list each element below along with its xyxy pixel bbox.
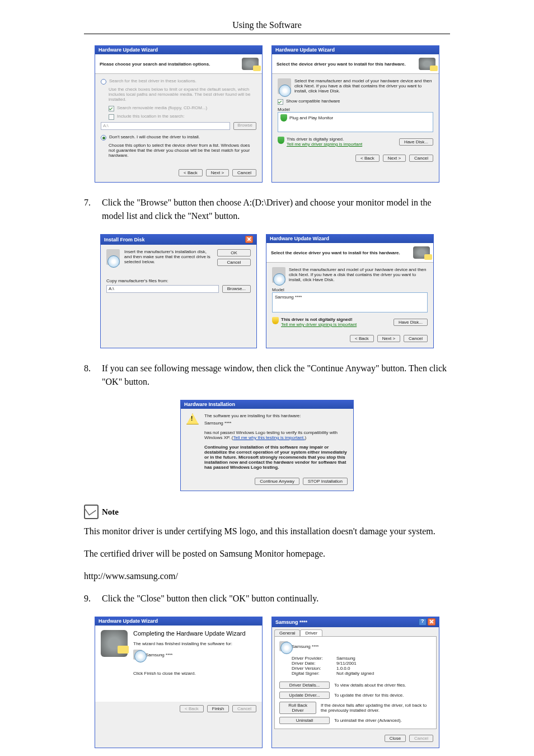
chip-icon <box>242 58 259 70</box>
uninstall-button[interactable]: Uninstall <box>279 717 330 724</box>
next-button[interactable]: Next > <box>206 169 229 176</box>
have-disk-button[interactable]: Have Disk... <box>399 138 433 146</box>
browse-button[interactable]: Browse <box>233 122 256 130</box>
dialog-search-options: Hardware Update Wizard Please choose you… <box>95 45 263 183</box>
chk-removable-label: Search removable media (floppy, CD-ROM..… <box>117 105 207 110</box>
cancel-button[interactable]: Cancel <box>217 259 251 266</box>
warn-line1: The software you are installing for this… <box>204 413 348 418</box>
next-button[interactable]: Next > <box>383 155 406 162</box>
help-icon[interactable]: ? <box>419 618 427 626</box>
k-date: Driver Date: <box>292 661 331 666</box>
path-input[interactable]: A:\ <box>106 285 219 293</box>
step-9: 9. Click the "Close" button then click "… <box>84 592 450 605</box>
model-item[interactable]: Plug and Play Monitor <box>289 115 333 120</box>
k-provider: Driver Provider: <box>292 656 331 661</box>
titlebar: Hardware Update Wizard <box>272 46 439 54</box>
close-button[interactable]: Close <box>385 735 406 742</box>
finish-button[interactable]: Finish <box>207 705 229 712</box>
tell-why-link[interactable]: Tell me why driver signing is important <box>287 142 362 147</box>
back-button[interactable]: < Back <box>355 155 380 162</box>
next-button[interactable]: Next > <box>377 335 400 342</box>
complete-sub: The wizard has finished installing the s… <box>133 641 256 646</box>
driver-details-text: To view details about the driver files. <box>334 683 406 688</box>
v-signer: Not digitally signed <box>336 671 374 676</box>
complete-close-text: Click Finish to close the wizard. <box>133 671 256 676</box>
header-text: Select the device driver you want to ins… <box>277 62 415 67</box>
info-text: Select the manufacturer and model of you… <box>294 78 433 94</box>
cancel-button[interactable]: Cancel <box>404 335 428 342</box>
warning-icon <box>186 413 199 424</box>
tab-general[interactable]: General <box>274 629 300 636</box>
step-text: Click the "Browse" button then choose A:… <box>102 196 450 223</box>
model-header: Model <box>278 107 433 112</box>
tell-link[interactable]: Tell me why this testing is important. <box>233 435 305 440</box>
update-driver-button[interactable]: Update Driver... <box>279 692 330 699</box>
chk-location[interactable] <box>109 114 114 120</box>
note-label: Note <box>102 507 119 517</box>
title-text: Hardware Installation <box>184 402 235 407</box>
browse-button[interactable]: Browse... <box>222 285 251 293</box>
ok-button[interactable]: OK <box>217 249 251 256</box>
continue-anyway-button[interactable]: Continue Anyway <box>255 478 299 485</box>
cancel-button[interactable]: Cancel <box>409 155 433 162</box>
cancel-button: Cancel <box>232 705 256 712</box>
title-text: Hardware Update Wizard <box>99 47 158 53</box>
note-icon <box>84 505 99 519</box>
unsigned-text: This driver is not digitally signed! <box>281 317 357 322</box>
complete-heading: Completing the Hardware Update Wizard <box>133 630 256 637</box>
titlebar: Hardware Update Wizard <box>95 617 262 626</box>
note-p2: The certified driver will be posted on S… <box>84 547 450 561</box>
tell-why-link[interactable]: Tell me why driver signing is important <box>281 322 357 327</box>
update-driver-text: To update the driver for this device. <box>334 693 404 698</box>
v-provider: Samsung <box>336 656 355 661</box>
have-disk-button[interactable]: Have Disk... <box>394 319 428 326</box>
stop-installation-button[interactable]: STOP Installation <box>303 478 348 485</box>
note-url: http://www.samsung.com/ <box>84 570 450 583</box>
chk-compatible[interactable] <box>278 99 283 105</box>
chip-icon <box>413 246 430 259</box>
dialog-hardware-installation: Hardware Installation The software you a… <box>180 400 354 491</box>
page-header: Using the Software <box>84 20 450 30</box>
titlebar: Install From Disk <box>101 235 256 245</box>
model-header: Model <box>272 287 428 292</box>
monitor-icon <box>279 641 288 651</box>
close-icon[interactable] <box>428 618 435 626</box>
title-text: Samsung **** <box>275 619 307 625</box>
back-button[interactable]: < Back <box>350 335 374 342</box>
step-num: 8. <box>84 362 92 389</box>
warn-bold: Continuing your installation of this sof… <box>204 445 348 470</box>
monitor-icon <box>133 650 142 660</box>
complete-device: Samsung **** <box>146 652 172 657</box>
model-item[interactable]: Samsung **** <box>275 295 302 300</box>
warn-device: Samsung **** <box>204 421 348 426</box>
chk-compatible-label: Show compatible hardware <box>286 99 340 104</box>
signed-text: This driver is digitally signed. <box>287 137 362 142</box>
dialog-install-from-disk: Install From Disk Insert the manufacture… <box>100 234 257 348</box>
radio-search[interactable] <box>101 79 106 85</box>
close-icon[interactable] <box>245 236 253 243</box>
titlebar: Hardware Update Wizard <box>266 235 433 243</box>
title-text: Install From Disk <box>104 237 145 242</box>
step-text: Click the "Close" button then click "OK"… <box>102 592 450 605</box>
cancel-button: Cancel <box>409 735 433 742</box>
header-text: Please choose your search and installati… <box>100 62 238 67</box>
driver-details-button[interactable]: Driver Details... <box>279 682 330 689</box>
cancel-button[interactable]: Cancel <box>232 169 256 176</box>
title-text: Hardware Update Wizard <box>270 236 329 241</box>
radio-search-label: Search for the best driver in these loca… <box>109 78 196 83</box>
rollback-driver-button[interactable]: Roll Back Driver <box>279 702 316 714</box>
back-button[interactable]: < Back <box>179 169 203 176</box>
chk-removable[interactable] <box>109 106 114 111</box>
dialog-properties: Samsung **** ? General Driver Samsung **… <box>271 617 439 748</box>
title-text: Hardware Update Wizard <box>99 618 158 624</box>
path-input[interactable]: A:\ <box>101 122 230 130</box>
step-7: 7. Click the "Browse" button then choose… <box>84 196 450 223</box>
step-8: 8. If you can see following message wind… <box>84 362 450 389</box>
dialog-completing-wizard: Hardware Update Wizard Completing the Ha… <box>95 617 263 748</box>
dlg-header: Please choose your search and installati… <box>95 54 262 74</box>
step-text: If you can see following message window,… <box>102 362 450 389</box>
step-num: 7. <box>84 196 92 223</box>
chip-icon <box>419 58 435 70</box>
radio-dont-search[interactable] <box>101 135 106 141</box>
tab-driver[interactable]: Driver <box>300 629 322 636</box>
